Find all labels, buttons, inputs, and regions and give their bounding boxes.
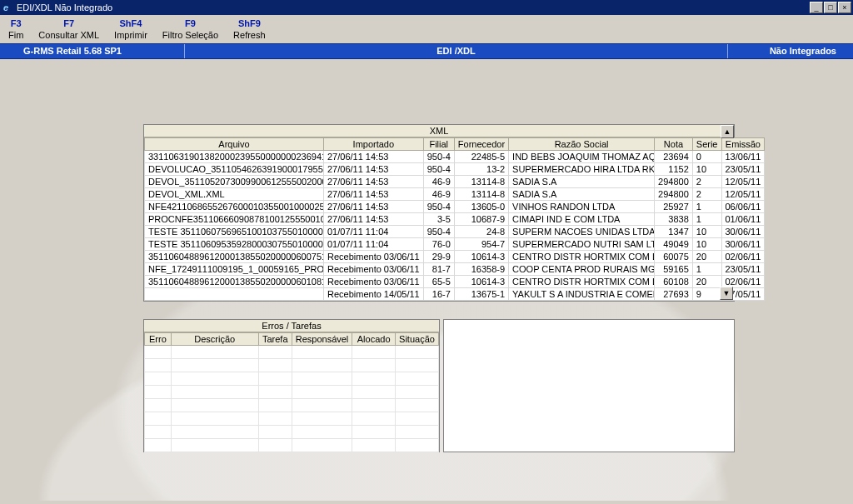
table-row[interactable]: DEVOLUCAO_351105462639190001795501000000…	[145, 162, 765, 175]
cell-razao: CIMAPI IND E COM LTDA	[509, 212, 655, 225]
cell-razao: SUPERMERCADO NUTRI SAM LTDA	[509, 237, 655, 250]
cell-emissao: 12/05/11	[721, 187, 765, 200]
table-row[interactable]: 3511060488961200013855020000060108146000…	[145, 275, 765, 287]
cell-razao: SUPERM NACOES UNIDAS LTDA RK24	[509, 225, 655, 237]
table-row[interactable]: TESTE 3511060756965100103755010000001358…	[145, 225, 765, 237]
cell-filial: 950-4	[423, 150, 454, 162]
cell-razao: SADIA S.A	[509, 175, 655, 187]
cell-serie: 10	[692, 237, 721, 250]
info-state: Não Integrados	[728, 44, 853, 58]
cell-razao: SUPERMERCADO HIRA LTDA RK13	[509, 162, 655, 175]
cell-arquivo: 3511060488961200013855020000060108146000…	[145, 275, 324, 287]
cell-emissao: 02/06/11	[721, 250, 765, 262]
cell-fornecedor: 10614-3	[454, 250, 508, 262]
table-row[interactable]: DEVOL_3511052073009900612555002000294800…	[145, 175, 765, 187]
table-row[interactable]: DEVOL_XML.XML27/06/11 14:5346-913114-8SA…	[145, 187, 765, 200]
cell-arquivo: DEVOL_XML.XML	[145, 187, 324, 200]
table-row[interactable]	[145, 412, 439, 425]
col-responsavel[interactable]: Responsável	[292, 332, 352, 345]
cell-emissao: 13/06/11	[721, 150, 765, 162]
cell-emissao: 23/05/11	[721, 162, 765, 175]
menu-consultar-xml[interactable]: F7 Consultar XML	[38, 18, 99, 42]
cell-importado: 27/06/11 14:53	[324, 150, 424, 162]
menu-refresh[interactable]: ShF9 Refresh	[233, 18, 266, 42]
col-emissao[interactable]: Emissão	[721, 137, 765, 150]
table-row[interactable]	[145, 398, 439, 412]
errors-grid[interactable]: Erro Descrição Tarefa Responsável Alocad…	[144, 332, 439, 452]
table-row[interactable]: 3311063190138200023955000000023694100224…	[145, 150, 765, 162]
table-row[interactable]: PROCNFE351106660908781001255500100003838…	[145, 212, 765, 225]
cell-serie: 10	[692, 162, 721, 175]
col-filial[interactable]: Filial	[423, 137, 454, 150]
menu-fim[interactable]: F3 Fim	[8, 18, 23, 42]
cell-nota: 60108	[655, 275, 693, 287]
cell-nota: 3838	[655, 212, 693, 225]
table-row[interactable]: NFE_17249111009195_1_00059165_PROT.XMLRe…	[145, 262, 765, 275]
errors-panel-title: Erros / Tarefas	[144, 320, 439, 332]
col-erro[interactable]: Erro	[145, 332, 172, 345]
table-row[interactable]	[145, 425, 439, 438]
table-row[interactable]: NFE4211068655267600010355001000025927100…	[145, 200, 765, 212]
col-nota[interactable]: Nota	[655, 137, 693, 150]
errors-panel: Erros / Tarefas Erro Descrição Tarefa Re…	[143, 319, 440, 452]
cell-razao: COOP CENTA PROD RURAIS MG LTDA	[509, 262, 655, 275]
table-row[interactable]	[145, 438, 439, 452]
errors-grid-header: Erro Descrição Tarefa Responsável Alocad…	[145, 332, 439, 345]
table-row[interactable]: Recebimento 14/05/1116-713675-1YAKULT S …	[145, 287, 765, 300]
close-button[interactable]: ×	[838, 2, 851, 13]
table-row[interactable]	[145, 385, 439, 398]
xml-panel-title: XML ▲	[144, 125, 734, 137]
cell-importado: Recebimento 03/06/11	[324, 262, 424, 275]
xml-grid[interactable]: Arquivo Importado Filial Fornecedor Razã…	[144, 137, 765, 301]
shortcut-bar: F3 Fim F7 Consultar XML ShF4 Imprimir F9…	[0, 15, 853, 43]
cell-serie: 2	[692, 175, 721, 187]
cell-nota: 294800	[655, 187, 693, 200]
cell-serie: 1	[692, 200, 721, 212]
table-row[interactable]: TESTE 3511060953592800030755010000005062…	[145, 237, 765, 250]
cell-nota: 49049	[655, 237, 693, 250]
cell-fornecedor: 10614-3	[454, 275, 508, 287]
menu-imprimir[interactable]: ShF4 Imprimir	[114, 18, 147, 42]
cell-fornecedor: 13-2	[454, 162, 508, 175]
menu-filtro-selecao[interactable]: F9 Filtro Seleção	[162, 18, 218, 42]
scroll-up-button[interactable]: ▲	[721, 125, 734, 138]
info-app-version: G-RMS Retail 5.68 SP1	[0, 44, 185, 58]
table-row[interactable]: 3511060488961200013855020000060075181700…	[145, 250, 765, 262]
cell-serie: 20	[692, 250, 721, 262]
cell-razao: IND BEBS JOAQUIM THOMAZ AQUINO	[509, 150, 655, 162]
cell-razao: CENTRO DISTR HORTMIX COM LTDA	[509, 250, 655, 262]
col-alocado[interactable]: Alocado	[352, 332, 396, 345]
maximize-button[interactable]: □	[824, 2, 837, 13]
col-tarefa[interactable]: Tarefa	[258, 332, 292, 345]
cell-importado: 01/07/11 11:04	[324, 225, 424, 237]
cell-nota: 294800	[655, 175, 693, 187]
minimize-button[interactable]: _	[810, 2, 823, 13]
cell-importado: Recebimento 14/05/11	[324, 287, 424, 300]
col-serie[interactable]: Serie	[692, 137, 721, 150]
col-descricao[interactable]: Descrição	[171, 332, 258, 345]
col-arquivo[interactable]: Arquivo	[145, 137, 324, 150]
col-razao[interactable]: Razão Social	[509, 137, 655, 150]
cell-filial: 81-7	[423, 262, 454, 275]
cell-emissao: 06/06/11	[721, 200, 765, 212]
scroll-down-button[interactable]: ▼	[720, 287, 733, 300]
table-row[interactable]	[145, 358, 439, 372]
col-importado[interactable]: Importado	[324, 137, 424, 150]
cell-filial: 29-9	[423, 250, 454, 262]
cell-nota: 59165	[655, 262, 693, 275]
col-situacao[interactable]: Situação	[396, 332, 439, 345]
xml-grid-header: Arquivo Importado Filial Fornecedor Razã…	[145, 137, 765, 150]
table-row[interactable]	[145, 372, 439, 385]
cell-arquivo	[145, 287, 324, 300]
cell-importado: Recebimento 03/06/11	[324, 275, 424, 287]
cell-serie: 1	[692, 262, 721, 275]
cell-razao: VINHOS RANDON LTDA	[509, 200, 655, 212]
info-bar: G-RMS Retail 5.68 SP1 EDI /XDL Não Integ…	[0, 43, 853, 59]
cell-filial: 46-9	[423, 187, 454, 200]
cell-importado: 01/07/11 11:04	[324, 237, 424, 250]
col-fornecedor[interactable]: Fornecedor	[454, 137, 508, 150]
cell-importado: 27/06/11 14:53	[324, 212, 424, 225]
cell-serie: 10	[692, 225, 721, 237]
cell-fornecedor: 10687-9	[454, 212, 508, 225]
table-row[interactable]	[145, 345, 439, 358]
